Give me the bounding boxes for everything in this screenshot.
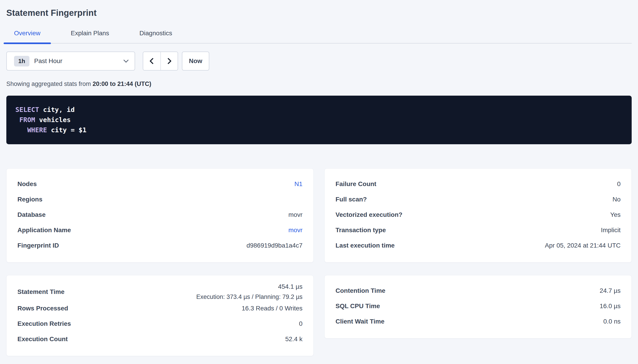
aggregation-summary-range: 20:00 to 21:44 (UTC) <box>93 80 151 87</box>
row-label: Fingerprint ID <box>18 242 59 249</box>
time-range-select[interactable]: 1h Past Hour <box>6 52 135 70</box>
row-value-wrap: 16.3 Reads / 0 Writes <box>242 305 302 312</box>
now-button[interactable]: Now <box>182 52 209 70</box>
row-value: 16.0 µs <box>600 302 620 310</box>
stat-row: Execution Count52.4 k <box>18 332 302 347</box>
row-label: Contention Time <box>336 287 385 294</box>
row-value: 52.4 k <box>285 336 302 342</box>
row-label: SQL CPU Time <box>336 302 380 310</box>
sql-keyword: FROM <box>16 116 35 124</box>
time-range-badge: 1h <box>14 56 30 66</box>
row-value: Implicit <box>601 226 620 234</box>
row-value: d986919d9ba1a4c7 <box>246 242 302 249</box>
row-subvalue: Execution: 373.4 µs / Planning: 79.2 µs <box>196 293 302 301</box>
row-value-wrap: No <box>612 196 620 203</box>
chevron-down-icon <box>124 58 129 63</box>
row-label: Database <box>18 211 46 218</box>
row-label: Nodes <box>18 180 37 188</box>
row-value: movr <box>288 211 302 218</box>
row-value-wrap: d986919d9ba1a4c7 <box>246 242 302 249</box>
stat-row: Vectorized execution?Yes <box>336 207 620 222</box>
sql-text: city = $1 <box>47 126 87 134</box>
row-value-wrap: 0 <box>299 320 302 327</box>
row-label: Execution Count <box>18 336 68 343</box>
stat-row: Last execution timeApr 05, 2024 at 21:44… <box>336 238 620 253</box>
row-value-wrap: Yes <box>610 211 620 218</box>
chevron-right-icon <box>165 58 172 64</box>
row-label: Vectorized execution? <box>336 211 402 218</box>
timing-card-left: Statement Time454.1 µsExecution: 373.4 µ… <box>6 275 314 356</box>
statement-fingerprint-page: Statement Fingerprint Overview Explain P… <box>0 0 638 356</box>
stat-row: SQL CPU Time16.0 µs <box>336 298 620 314</box>
page-title: Statement Fingerprint <box>6 8 632 18</box>
row-value: 24.7 µs <box>600 287 620 294</box>
row-value-wrap: N1 <box>294 180 302 188</box>
row-label: Regions <box>18 196 42 203</box>
stat-row: Rows Processed16.3 Reads / 0 Writes <box>18 301 302 316</box>
row-value-wrap: movr <box>288 226 302 234</box>
row-label: Client Wait Time <box>336 318 384 325</box>
time-step-buttons <box>143 52 178 70</box>
time-picker-row: 1h Past Hour Now <box>6 52 632 70</box>
row-value-wrap: 24.7 µs <box>600 287 620 294</box>
row-label: Failure Count <box>336 180 376 188</box>
row-value-wrap: 16.0 µs <box>600 302 620 310</box>
stat-row: Full scan?No <box>336 192 620 207</box>
tab-bar: Overview Explain Plans Diagnostics <box>4 30 632 44</box>
row-value-wrap: 0.0 ns <box>603 318 620 325</box>
stats-card-grid: NodesN1RegionsDatabasemovrApplication Na… <box>6 168 632 356</box>
row-label: Last execution time <box>336 242 395 249</box>
row-label: Statement Time <box>18 288 65 296</box>
sql-text: vehicles <box>35 116 71 124</box>
stat-row: Failure Count0 <box>336 176 620 192</box>
row-label: Rows Processed <box>18 305 68 312</box>
time-range-label: Past Hour <box>34 58 63 65</box>
row-value-wrap: 52.4 k <box>285 336 302 343</box>
row-value-link[interactable]: N1 <box>294 180 302 188</box>
aggregation-summary: Showing aggregated stats from 20:00 to 2… <box>6 80 632 88</box>
row-value: 0 <box>299 320 302 327</box>
row-label: Execution Retries <box>18 320 71 327</box>
stat-row: Databasemovr <box>18 207 302 222</box>
stat-row: Contention Time24.7 µs <box>336 283 620 298</box>
stat-row: Execution Retries0 <box>18 316 302 332</box>
stat-row: Application Namemovr <box>18 222 302 238</box>
row-label: Application Name <box>18 226 71 234</box>
row-value-wrap: Implicit <box>601 226 620 234</box>
stat-row: Client Wait Time0.0 ns <box>336 314 620 329</box>
row-value-link[interactable]: movr <box>288 226 302 234</box>
sql-keyword: SELECT <box>16 106 39 114</box>
row-value: Yes <box>610 211 620 218</box>
tab-overview[interactable]: Overview <box>4 30 51 43</box>
previous-interval-button[interactable] <box>143 52 160 70</box>
stat-row: Regions <box>18 192 302 207</box>
sql-text: city, id <box>39 106 75 114</box>
stat-row: NodesN1 <box>18 176 302 192</box>
row-value: Apr 05, 2024 at 21:44 UTC <box>545 242 620 249</box>
tab-diagnostics[interactable]: Diagnostics <box>129 30 183 43</box>
row-value-wrap: 0 <box>617 180 620 188</box>
next-interval-button[interactable] <box>160 52 178 70</box>
row-value-wrap: Apr 05, 2024 at 21:44 UTC <box>545 242 620 249</box>
details-card-left: NodesN1RegionsDatabasemovrApplication Na… <box>6 168 314 262</box>
row-value-wrap: 454.1 µsExecution: 373.4 µs / Planning: … <box>196 283 302 301</box>
row-value: 0 <box>617 180 620 188</box>
row-label: Transaction type <box>336 226 386 234</box>
row-label: Full scan? <box>336 196 367 203</box>
sql-keyword: WHERE <box>16 126 47 134</box>
tab-explain-plans[interactable]: Explain Plans <box>61 30 120 43</box>
stat-row: Fingerprint IDd986919d9ba1a4c7 <box>18 238 302 253</box>
row-value: No <box>612 196 620 203</box>
aggregation-summary-prefix: Showing aggregated stats from <box>6 80 93 87</box>
row-value: 16.3 Reads / 0 Writes <box>242 305 302 312</box>
row-value-wrap: movr <box>288 211 302 218</box>
row-value: 0.0 ns <box>603 318 620 325</box>
chevron-left-icon <box>150 58 156 64</box>
timing-card-right: Contention Time24.7 µsSQL CPU Time16.0 µ… <box>324 275 632 338</box>
row-value: 454.1 µs <box>278 283 302 290</box>
stat-row: Transaction typeImplicit <box>336 222 620 238</box>
details-card-right: Failure Count0Full scan?NoVectorized exe… <box>324 168 632 262</box>
stat-row: Statement Time454.1 µsExecution: 373.4 µ… <box>18 283 302 301</box>
sql-statement: SELECT city, id FROM vehicles WHERE city… <box>6 96 632 144</box>
